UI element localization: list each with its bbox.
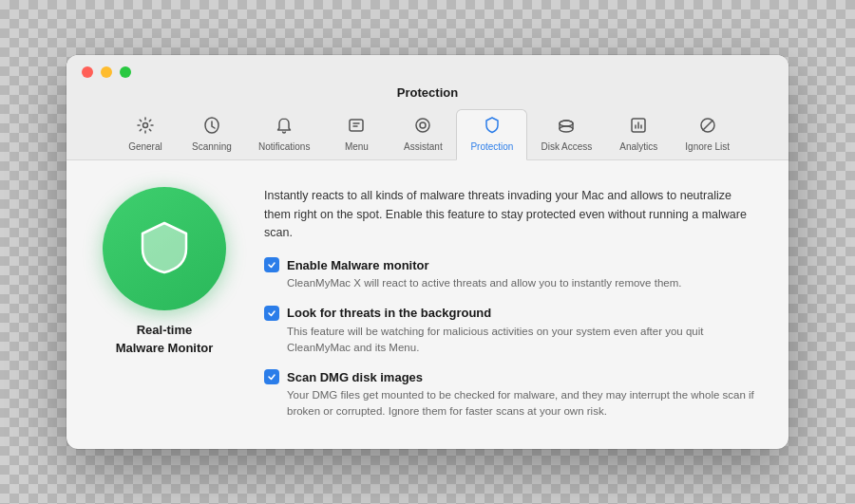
- tab-disk-access[interactable]: Disk Access: [527, 110, 605, 159]
- tab-scanning[interactable]: Scanning: [179, 110, 245, 159]
- options-list: Enable Malware monitor CleanMyMac X will…: [264, 257, 760, 420]
- option-enable-malware-desc: CleanMyMac X will react to active threat…: [264, 275, 760, 291]
- protection-icon: [483, 116, 502, 138]
- svg-point-5: [560, 121, 573, 126]
- shield-circle: [103, 187, 226, 310]
- option-scan-dmg-header: Scan DMG disk images: [264, 369, 760, 384]
- option-look-threats-desc: This feature will be watching for malici…: [264, 324, 760, 357]
- svg-rect-1: [350, 120, 363, 131]
- tab-general-label: General: [128, 141, 162, 152]
- option-look-threats-title: Look for threats in the background: [287, 306, 491, 320]
- tab-general[interactable]: General: [112, 110, 179, 159]
- scanning-icon: [202, 116, 221, 138]
- assistant-icon: [413, 116, 432, 138]
- tab-protection-label: Protection: [470, 141, 513, 152]
- svg-point-0: [142, 123, 147, 128]
- option-enable-malware-title: Enable Malware monitor: [287, 258, 429, 272]
- svg-point-4: [560, 126, 573, 132]
- left-panel: Real-time Malware Monitor: [93, 187, 236, 356]
- titlebar: Protection General Scann: [66, 55, 788, 160]
- tab-assistant[interactable]: Assistant: [390, 110, 456, 159]
- tab-menu[interactable]: Menu: [323, 110, 390, 159]
- option-look-threats-header: Look for threats in the background: [264, 306, 760, 321]
- disk-access-icon: [557, 116, 576, 138]
- minimize-button[interactable]: [101, 66, 112, 78]
- option-enable-malware: Enable Malware monitor CleanMyMac X will…: [264, 257, 760, 291]
- checkbox-look-threats[interactable]: [264, 306, 279, 321]
- tab-protection[interactable]: Protection: [456, 109, 527, 160]
- checkbox-enable-malware[interactable]: [264, 257, 279, 272]
- svg-point-3: [420, 122, 426, 128]
- right-panel: Instantly reacts to all kinds of malware…: [264, 187, 760, 420]
- tab-notifications-label: Notifications: [258, 141, 310, 152]
- option-scan-dmg-desc: Your DMG files get mounted to be checked…: [264, 387, 760, 420]
- option-look-threats: Look for threats in the background This …: [264, 306, 760, 357]
- tab-bar: General Scanning Notif: [112, 109, 743, 159]
- shield-svg: [131, 215, 198, 282]
- analytics-icon: [629, 116, 648, 138]
- option-scan-dmg-title: Scan DMG disk images: [287, 370, 423, 384]
- description-text: Instantly reacts to all kinds of malware…: [264, 187, 760, 242]
- tab-analytics[interactable]: Analytics: [605, 110, 672, 159]
- monitor-label: Real-time Malware Monitor: [116, 322, 214, 356]
- content-area: Real-time Malware Monitor Instantly reac…: [66, 160, 788, 448]
- tab-scanning-label: Scanning: [192, 141, 232, 152]
- maximize-button[interactable]: [120, 66, 131, 78]
- tab-analytics-label: Analytics: [619, 141, 657, 152]
- tab-menu-label: Menu: [345, 141, 369, 152]
- svg-point-2: [416, 119, 429, 132]
- tab-ignore-list[interactable]: Ignore List: [672, 110, 743, 159]
- notifications-icon: [275, 116, 294, 138]
- window-title: Protection: [397, 85, 458, 100]
- menu-icon: [347, 116, 366, 138]
- ignore-list-icon: [698, 116, 717, 138]
- close-button[interactable]: [82, 66, 93, 78]
- option-enable-malware-header: Enable Malware monitor: [264, 257, 760, 272]
- tab-notifications[interactable]: Notifications: [245, 110, 323, 159]
- window-controls: [82, 66, 131, 78]
- option-scan-dmg: Scan DMG disk images Your DMG files get …: [264, 369, 760, 420]
- checkbox-scan-dmg[interactable]: [264, 369, 279, 384]
- tab-ignore-list-label: Ignore List: [685, 141, 730, 152]
- tab-disk-access-label: Disk Access: [541, 141, 592, 152]
- main-window: Protection General Scann: [66, 55, 788, 448]
- general-icon: [136, 116, 155, 138]
- tab-assistant-label: Assistant: [404, 141, 443, 152]
